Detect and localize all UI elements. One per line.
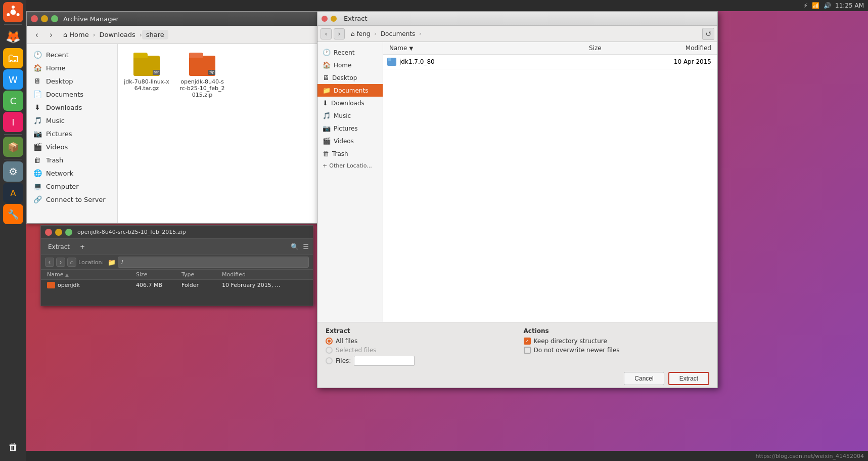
all-files-row: All files [326,338,512,345]
extract-sidebar-desktop[interactable]: 🖥 Desktop [317,71,383,84]
sidebar-item-home[interactable]: 🏠 Home [27,61,117,74]
extract-sidebar-documents[interactable]: 📁 Documents [317,84,383,97]
inner-minimize-button[interactable] [55,229,62,236]
sidebar-item-network[interactable]: 🌐 Network [27,166,117,180]
close-button[interactable] [31,15,38,22]
breadcrumb-home[interactable]: ⌂ Home [59,30,93,39]
downloads-icon: ⬇ [33,103,42,111]
extract-toolbar-btn[interactable]: Extract [45,242,73,252]
extract-sidebar-home-label: Home [334,62,351,69]
file-item-tar[interactable]: tar jdk-7u80-linux-x64.tar.gz [124,50,169,92]
files-radio[interactable] [326,357,333,364]
bluetooth-icon[interactable]: ⚡ [804,2,808,9]
breadcrumb-share[interactable]: share [142,30,168,39]
network-icon[interactable]: 📶 [812,2,819,9]
inner-maximize-button[interactable] [65,229,72,236]
time-display[interactable]: 11:25 AM [835,2,864,9]
extract-sidebar-documents-label: Documents [334,87,368,94]
extract-sidebar-recent[interactable]: 🕐 Recent [317,46,383,59]
forward-button[interactable]: › [45,29,57,41]
extract-sidebar-trash[interactable]: 🗑 Trash [317,147,383,160]
col-modified: Modified [220,271,309,278]
sidebar-item-pictures[interactable]: 📷 Pictures [27,127,117,140]
extract-forward-btn[interactable]: › [334,28,345,39]
sidebar-item-trash[interactable]: 🗑 Trash [27,153,117,166]
extract-bottom: Extract All files Selected files Files: … [317,322,717,388]
extract-close-button[interactable] [322,16,328,22]
taskbar-icon-calc[interactable]: C [3,91,23,111]
sidebar-item-downloads[interactable]: ⬇ Downloads [27,101,117,114]
extract-sidebar-downloads[interactable]: ⬇ Downloads [317,97,383,109]
maximize-button[interactable] [51,15,58,22]
files-input[interactable] [354,356,415,366]
taskbar-icon-ubuntu[interactable] [3,2,23,22]
extract-bc-home[interactable]: ⌂ feng [347,29,374,38]
taskbar-icon-trash[interactable]: 🗑 [3,437,23,457]
extract-sidebar-pictures[interactable]: 📷 Pictures [317,122,383,135]
location-input[interactable] [118,257,309,268]
breadcrumb: ⌂ Home › Downloads › share [59,30,168,39]
inner-file-row[interactable]: openjdk 406.7 MB Folder 10 February 2015… [41,280,313,290]
extract-sidebar-other[interactable]: + Other Locatio... [317,160,383,172]
sidebar-item-videos[interactable]: 🎬 Videos [27,140,117,153]
extract-sidebar-music-label: Music [334,112,351,119]
taskbar-icon-impress[interactable]: I [3,112,23,132]
search-icon[interactable]: 🔍 [291,243,299,250]
extract-body: 🕐 Recent 🏠 Home 🖥 Desktop 📁 Documents ⬇ … [317,42,717,322]
file-item-zip[interactable]: zip openjdk-8u40-src-b25-10_feb_2015.zip [179,50,225,98]
file-type: Folder [179,281,220,289]
sidebar-item-recent[interactable]: 🕐 Recent [27,48,117,61]
inner-home-btn[interactable]: ⌂ [67,258,76,267]
extract-file-size [587,61,637,62]
taskbar-icon-settings[interactable]: ⚙ [3,161,23,182]
col-size: Size [134,271,179,278]
actions-section-title: Actions [524,327,710,334]
extract-button[interactable]: Extract [668,372,709,385]
sidebar-item-connect[interactable]: 🔗 Connect to Server [27,193,117,206]
extract-sidebar-videos-label: Videos [334,138,354,145]
selected-files-row: Selected files [326,347,512,354]
tar-file-label: jdk-7u80-linux-x64.tar.gz [124,78,169,92]
sidebar-item-documents[interactable]: 📄 Documents [27,88,117,101]
add-toolbar-btn[interactable]: + [77,242,88,252]
extract-col-name[interactable]: Name ▼ [387,44,587,52]
archive-manager-navbar: ‹ › ⌂ Home › Downloads › share [27,26,339,44]
inner-forward-btn[interactable]: › [56,258,65,267]
extract-sidebar-music[interactable]: 🎵 Music [317,109,383,122]
taskbar-icon-firefox[interactable]: 🦊 [3,27,23,47]
extract-sidebar-videos[interactable]: 🎬 Videos [317,135,383,147]
extract-file-row[interactable]: jdk1.7.0_80 10 Apr 2015 [383,55,717,69]
taskbar-icon-files[interactable]: 🗂 [3,48,23,68]
topbar-icons: ⚡ 📶 🔊 11:25 AM [804,2,864,9]
cancel-button[interactable]: Cancel [624,372,664,385]
extract-minimize-button[interactable] [331,16,337,22]
back-button[interactable]: ‹ [31,29,43,41]
taskbar-icon-dev[interactable]: 🔧 [3,204,23,224]
breadcrumb-downloads[interactable]: Downloads [95,30,139,39]
taskbar-icon-writer[interactable]: W [3,69,23,90]
extract-sidebar-other-label: Other Locatio... [329,162,372,169]
menu-icon[interactable]: ☰ [303,243,309,250]
extract-sidebar-home[interactable]: 🏠 Home [317,59,383,71]
breadcrumb-downloads-label: Downloads [99,31,135,38]
location-label: Location: [78,259,104,266]
all-files-radio[interactable] [326,338,333,345]
inner-back-btn[interactable]: ‹ [45,258,54,267]
inner-close-button[interactable] [45,229,52,236]
connect-icon: 🔗 [33,195,42,203]
volume-icon[interactable]: 🔊 [824,2,831,9]
taskbar-icon-archive[interactable]: 📦 [3,137,23,157]
no-overwrite-checkbox[interactable] [524,347,531,354]
sidebar-item-computer[interactable]: 💻 Computer [27,180,117,193]
keep-dir-checkbox[interactable]: ✓ [524,338,531,345]
minimize-button[interactable] [41,15,48,22]
all-files-label: All files [336,338,357,345]
extract-back-btn[interactable]: ‹ [321,28,332,39]
extract-refresh-btn[interactable]: ↺ [702,28,714,40]
taskbar-icon-amazon[interactable]: A [3,183,23,203]
sidebar-item-desktop[interactable]: 🖥 Desktop [27,74,117,88]
extract-bc-documents[interactable]: Documents [377,29,419,38]
folder-icon-blue [387,58,396,66]
selected-files-radio[interactable] [326,347,333,354]
sidebar-item-music[interactable]: 🎵 Music [27,114,117,127]
